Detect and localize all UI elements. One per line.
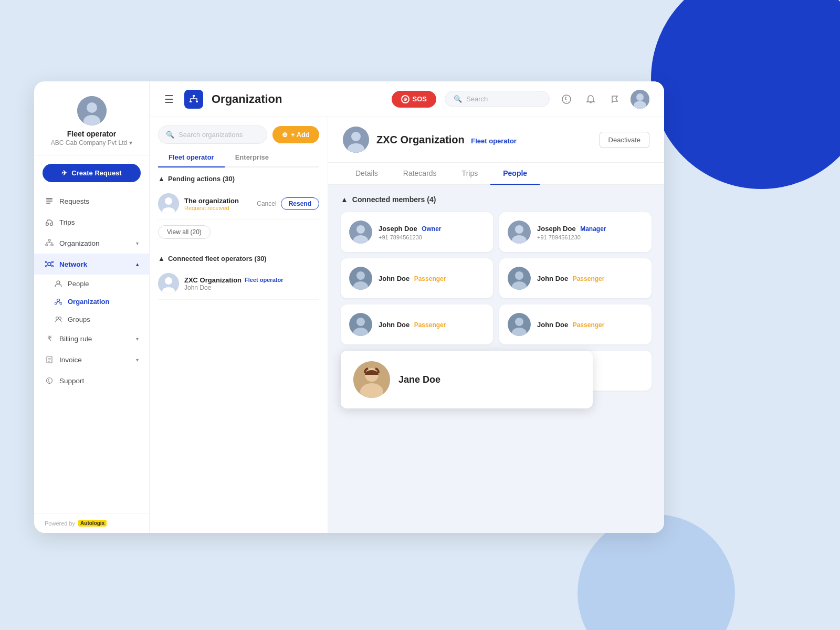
search-org-icon: 🔍 <box>166 131 174 139</box>
sidebar-item-requests[interactable]: Requests <box>34 191 149 212</box>
sidebar-item-organization-sub[interactable]: Organization <box>34 292 149 310</box>
svg-point-20 <box>57 281 60 284</box>
svg-point-7 <box>50 223 53 226</box>
svg-line-25 <box>59 301 60 303</box>
chevron-up-icon: ▲ <box>158 175 165 183</box>
sidebar-item-trips[interactable]: Trips <box>34 212 149 233</box>
resend-button[interactable]: Resend <box>281 197 319 210</box>
svg-point-1 <box>87 102 97 113</box>
tab-people[interactable]: People <box>490 163 540 185</box>
svg-point-26 <box>56 317 59 320</box>
search-org-placeholder: Search organizations <box>178 131 243 139</box>
svg-rect-35 <box>190 101 192 102</box>
cancel-link[interactable]: Cancel <box>257 200 276 207</box>
members-grid: Joseph Doe Owner +91 7894561230 <box>341 212 652 344</box>
org-tabs: Fleet operator Enterprise <box>158 148 319 167</box>
add-button[interactable]: ⊕ + Add <box>272 126 319 143</box>
svg-point-38 <box>566 101 567 102</box>
support-icon <box>45 376 54 385</box>
svg-point-27 <box>59 317 61 320</box>
create-request-button[interactable]: ✈ Create Request <box>43 164 141 182</box>
members-area: ▲ Connected members (4) <box>328 185 664 533</box>
member-card-john-1: John Doe Passenger <box>341 258 493 298</box>
pending-org-name: The organization <box>184 197 251 205</box>
trips-icon <box>45 217 54 227</box>
svg-point-47 <box>165 277 172 285</box>
sidebar-footer: Powered by Autologix <box>34 513 149 533</box>
sidebar-item-label: Organization <box>59 239 100 247</box>
user-avatar-topbar[interactable] <box>631 90 649 109</box>
search-bar[interactable]: 🔍 Search <box>445 91 550 107</box>
network-icon <box>45 259 54 269</box>
sos-button[interactable]: ⊕ SOS <box>392 91 436 108</box>
detail-panel: ZXC Organization Fleet operator Deactiva… <box>328 117 664 533</box>
pending-actions: Cancel Resend <box>257 197 319 210</box>
help-icon-button[interactable] <box>558 91 575 108</box>
fleet-org-avatar <box>158 273 179 294</box>
deactivate-button[interactable]: Deactivate <box>600 132 649 148</box>
svg-point-41 <box>636 93 644 101</box>
topbar: ☰ Organization ⊕ SOS 🔍 Search <box>150 81 664 117</box>
svg-point-59 <box>356 271 365 280</box>
sidebar-item-network[interactable]: Network ▴ <box>34 254 149 275</box>
sidebar-item-label: Invoice <box>59 356 82 364</box>
member-avatar <box>508 267 531 290</box>
svg-point-62 <box>515 271 523 280</box>
svg-point-13 <box>52 261 54 263</box>
svg-point-68 <box>515 318 523 326</box>
pending-section-header: ▲ Pending actions (30) <box>158 175 319 183</box>
svg-line-16 <box>47 262 48 264</box>
pending-org-status: Request received <box>184 205 251 211</box>
sos-icon: ⊕ <box>401 95 410 103</box>
svg-point-6 <box>46 223 49 226</box>
sidebar-item-people[interactable]: People <box>34 275 149 292</box>
tab-fleet-operator[interactable]: Fleet operator <box>158 148 225 167</box>
svg-line-18 <box>47 265 48 266</box>
tab-trips[interactable]: Trips <box>449 163 491 185</box>
view-all-button[interactable]: View all (20) <box>158 225 211 239</box>
search-organizations-field[interactable]: 🔍 Search organizations <box>158 125 267 144</box>
svg-line-24 <box>57 301 58 303</box>
sidebar-item-groups[interactable]: Groups <box>34 310 149 328</box>
people-icon <box>54 279 62 288</box>
sidebar-item-invoice[interactable]: Invoice ▾ <box>34 349 149 370</box>
member-card-john-2: John Doe Passenger <box>499 258 652 298</box>
tab-details[interactable]: Details <box>343 163 391 185</box>
user-name: Fleet operator <box>67 130 116 138</box>
svg-point-23 <box>60 302 62 304</box>
sidebar-item-organization[interactable]: Organization ▾ <box>34 233 149 254</box>
tab-enterprise[interactable]: Enterprise <box>225 148 279 167</box>
svg-point-65 <box>356 318 365 326</box>
org-panel: 🔍 Search organizations ⊕ + Add Fleet ope… <box>150 117 328 533</box>
tab-ratecards[interactable]: Ratecards <box>391 163 449 185</box>
notification-icon-button[interactable] <box>582 91 599 108</box>
fleet-section: ▲ Connected fleet operators (30) <box>150 247 328 300</box>
flag-icon-button[interactable] <box>606 91 623 108</box>
svg-line-19 <box>51 265 52 266</box>
svg-point-56 <box>515 225 523 234</box>
sidebar-item-label: Network <box>59 260 87 268</box>
member-avatar <box>508 220 531 244</box>
chevron-up-fleet-icon: ▲ <box>158 255 165 262</box>
sidebar-item-billing[interactable]: ₹ Billing rule ▾ <box>34 328 149 349</box>
groups-icon <box>54 315 62 323</box>
jane-avatar <box>353 361 390 398</box>
menu-icon[interactable]: ☰ <box>164 93 174 106</box>
sidebar-item-label: Requests <box>59 197 89 205</box>
fleet-item[interactable]: ZXC Organization Fleet operator John Doe <box>158 268 319 300</box>
fleet-org-info: ZXC Organization Fleet operator John Doe <box>184 276 319 291</box>
billing-icon: ₹ <box>45 334 54 343</box>
main-area: ☰ Organization ⊕ SOS 🔍 Search <box>150 81 664 533</box>
sidebar-item-label: Support <box>59 377 84 385</box>
member-card-joseph-manager: Joseph Doe Manager +91 7894561230 <box>499 212 652 252</box>
powered-by: Powered by Autologix <box>45 520 139 527</box>
app-container: Fleet operator ABC Cab Company Pvt Ltd ▾… <box>34 81 664 533</box>
nav-list: Requests Trips Organization ▾ Network <box>34 186 149 513</box>
user-avatar <box>77 96 107 125</box>
svg-rect-5 <box>46 203 50 204</box>
member-info: John Doe Passenger <box>537 320 604 329</box>
sidebar-item-support[interactable]: Support <box>34 370 149 391</box>
invoice-icon <box>45 355 54 364</box>
member-card-john-4: John Doe Passenger <box>499 304 652 344</box>
sidebar-item-label: Trips <box>59 218 75 226</box>
